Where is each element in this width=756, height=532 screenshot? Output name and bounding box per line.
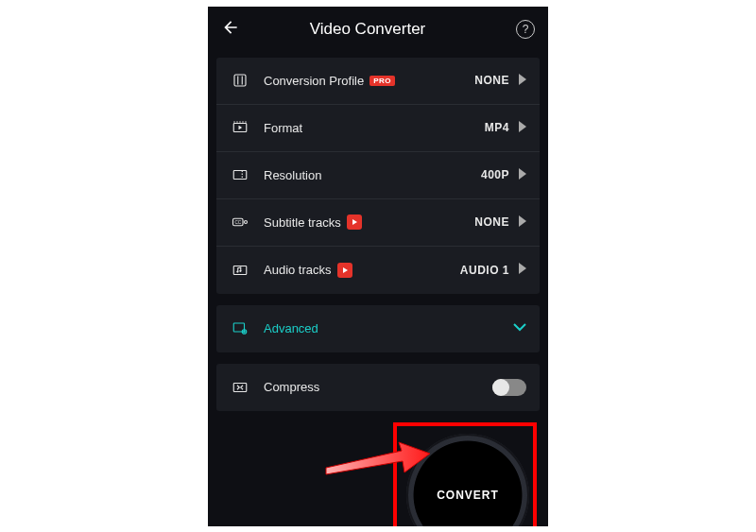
row-label: Audio tracks (264, 263, 460, 278)
row-conversion-profile[interactable]: Conversion Profile PRO NONE (216, 58, 540, 105)
row-label: Format (264, 121, 485, 135)
app-screen: Video Converter ? Conversion Profile PRO… (208, 7, 548, 526)
compress-panel: Compress (216, 364, 540, 411)
help-icon[interactable]: ? (516, 20, 535, 39)
pro-badge: PRO (369, 76, 395, 86)
label-text: Compress (264, 380, 319, 394)
label-text: Audio tracks (264, 263, 332, 277)
convert-button[interactable]: CONVERT (406, 434, 529, 526)
play-badge-icon (337, 263, 352, 278)
row-label: Subtitle tracks (264, 215, 474, 230)
svg-point-9 (245, 221, 248, 224)
row-label: Advanced (264, 321, 513, 335)
row-compress[interactable]: Compress (216, 364, 540, 411)
header-bar: Video Converter ? (208, 7, 548, 52)
row-label: Compress (264, 380, 492, 394)
label-text: Subtitle tracks (264, 215, 341, 230)
chevron-right-icon (519, 168, 526, 182)
chevron-down-icon (513, 321, 526, 335)
svg-rect-5 (233, 171, 247, 180)
convert-label: CONVERT (437, 489, 499, 502)
svg-text:CC: CC (235, 220, 242, 225)
label-text: Conversion Profile (264, 74, 364, 88)
format-icon (230, 119, 250, 136)
chevron-right-icon (519, 215, 526, 230)
advanced-icon (230, 320, 250, 337)
settings-panel: Conversion Profile PRO NONE Format MP4 R… (216, 58, 540, 294)
label-text: Resolution (264, 168, 321, 182)
svg-rect-0 (234, 75, 246, 86)
advanced-panel: Advanced (216, 305, 540, 352)
row-format[interactable]: Format MP4 (216, 105, 540, 152)
row-value: NONE (474, 74, 509, 87)
row-value: NONE (474, 215, 509, 229)
row-label: Resolution (264, 168, 481, 182)
convert-area: CONVERT (208, 417, 548, 526)
subtitle-icon: CC (230, 214, 250, 231)
page-title: Video Converter (219, 20, 516, 39)
sliders-icon (230, 72, 250, 89)
row-value: 400P (481, 168, 509, 181)
audio-icon (230, 262, 250, 279)
svg-point-11 (236, 270, 238, 272)
row-audio-tracks[interactable]: Audio tracks AUDIO 1 (216, 247, 540, 294)
label-text: Advanced (264, 321, 318, 335)
row-value: AUDIO 1 (460, 264, 509, 277)
row-value: MP4 (485, 121, 509, 134)
play-badge-icon (347, 215, 362, 230)
row-resolution[interactable]: Resolution 400P (216, 152, 540, 199)
chevron-right-icon (519, 74, 526, 88)
svg-point-12 (239, 269, 241, 271)
row-label: Conversion Profile PRO (264, 74, 474, 88)
label-text: Format (264, 121, 302, 135)
row-subtitle-tracks[interactable]: CC Subtitle tracks NONE (216, 199, 540, 247)
chevron-right-icon (519, 263, 526, 277)
chevron-right-icon (519, 121, 526, 135)
row-advanced[interactable]: Advanced (216, 305, 540, 352)
resolution-icon (230, 166, 250, 183)
compress-toggle[interactable] (492, 379, 526, 396)
compress-icon (230, 379, 250, 396)
